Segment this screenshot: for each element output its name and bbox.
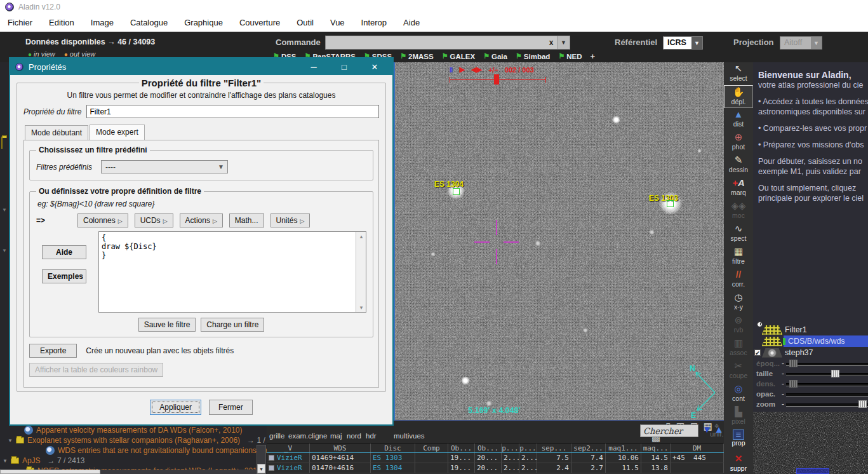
menu-catalogue[interactable]: Catalogue (130, 18, 168, 27)
tree-expand-icon[interactable]: ▼ (3, 458, 8, 464)
tree-horizontal-scrollbar[interactable] (0, 470, 257, 474)
slider-track[interactable] (786, 359, 868, 368)
source-marker-es1303[interactable] (667, 200, 674, 207)
filter-code-textarea[interactable]: { draw ${Disc} } (99, 232, 355, 312)
tree-item-apjs[interactable]: ▼ ApJS → 7 / 2413 (3, 456, 84, 465)
predefined-filter-select[interactable]: ---- ▼ (101, 160, 228, 173)
search-box[interactable] (640, 424, 698, 437)
stack-item-steph37[interactable]: ✔ steph37 (753, 347, 868, 358)
tree-expand-icon[interactable]: ▼ (2, 248, 7, 254)
scrollbar-thumb[interactable] (0, 470, 100, 474)
tab-mode-expert[interactable]: Mode expert (90, 125, 145, 140)
menu-aide[interactable]: Aide (403, 18, 420, 27)
toolbar-exam-cligne[interactable]: exam.cligne (288, 432, 327, 440)
blink-timeline-thumb[interactable] (494, 74, 499, 85)
tool-dist[interactable]: ▲dist (724, 108, 753, 131)
scroll-up-icon[interactable]: ▴ (356, 233, 366, 240)
server-add-button[interactable]: + (591, 51, 596, 61)
slider-track[interactable] (786, 379, 868, 388)
tool-suppr[interactable]: ✕suppr (724, 452, 753, 474)
blink-play-icon[interactable]: ▶ (459, 65, 464, 74)
server-ned[interactable]: ⚑NED (558, 52, 582, 60)
slider-track[interactable] (786, 389, 868, 398)
stack-item-wds-catalog[interactable]: CDS/B/wds/wds (753, 335, 868, 347)
blink-plusminus[interactable]: +/− (488, 66, 498, 74)
columns-button[interactable]: Colonnes▷ (77, 213, 128, 227)
blink-controller[interactable]: ‖ ▶ ◀▶ +/− 002 / 003 (450, 65, 534, 74)
server-simbad[interactable]: ⚑Simbad (516, 52, 550, 60)
unites-button[interactable]: Unités▷ (270, 213, 310, 227)
slider-thumb[interactable] (789, 380, 798, 388)
tool-xy[interactable]: ◷x-y (724, 291, 753, 314)
slider-thumb[interactable] (858, 400, 867, 408)
slider-thumb[interactable] (831, 370, 839, 377)
source-label-es1304[interactable]: ES 1304 (434, 180, 464, 189)
plane-checkbox[interactable]: ✔ (754, 349, 761, 356)
source-label-es1303[interactable]: ES 1303 (649, 194, 678, 203)
toolbar-grille[interactable]: grille (269, 432, 284, 440)
menu-interop[interactable]: Interop (361, 18, 387, 27)
slider-track[interactable] (786, 400, 868, 409)
close-button[interactable]: Fermer (209, 400, 253, 415)
search-next-icon[interactable]: ▲ (714, 424, 724, 435)
exemples-button[interactable]: Exemples (42, 269, 86, 283)
blink-pause-icon[interactable]: ‖ (450, 66, 453, 74)
editor-scrollbar[interactable]: ▴ ▾ (356, 232, 366, 312)
server-gaia[interactable]: ⚑Gaia (483, 52, 507, 60)
export-button[interactable]: Exporte (29, 344, 77, 358)
minimize-icon[interactable]: ─ (301, 62, 326, 72)
row-checkbox[interactable] (269, 465, 274, 471)
tool-depl[interactable]: ✋dépl. (724, 85, 753, 108)
menu-couverture[interactable]: Couverture (239, 18, 280, 27)
current-view-rectangle[interactable] (796, 468, 829, 474)
close-icon[interactable]: ✕ (362, 62, 387, 72)
aide-button[interactable]: Aide (42, 245, 86, 259)
zoom-overview-panel[interactable] (753, 412, 868, 474)
menu-edition[interactable]: Edition (49, 18, 74, 27)
referential-dropdown-icon[interactable]: ▼ (691, 37, 702, 49)
command-history-dropdown-icon[interactable]: ▼ (557, 36, 570, 49)
math-button[interactable]: Math... (229, 213, 264, 227)
toolbar-nord[interactable]: nord (347, 432, 361, 440)
server-galex[interactable]: ⚑GALEX (442, 52, 476, 60)
tree-expand-icon[interactable]: ▼ (2, 207, 7, 213)
tree-vertical-scrollbar[interactable]: ▾ (257, 445, 266, 474)
table-row[interactable]: VizieR 01470+4616 ES 1304 19... 20... 2.… (267, 463, 724, 473)
load-filter-button[interactable]: Charge un filtre (201, 318, 264, 332)
tree-item-raghavan[interactable]: ▼ Exoplanet systems with stellar compani… (8, 436, 267, 445)
dialog-titlebar[interactable]: Propriétés ─ □ ✕ (10, 58, 392, 75)
referential-select[interactable]: ICRS ▼ (663, 36, 703, 50)
scroll-down-icon[interactable]: ▾ (257, 464, 265, 473)
filter-name-input[interactable] (86, 105, 379, 118)
tool-corr[interactable]: //corr. (724, 268, 753, 291)
ucds-button[interactable]: UCDs▷ (135, 213, 173, 227)
save-filter-button[interactable]: Sauve le filtre (138, 318, 196, 332)
tab-mode-debutant[interactable]: Mode débutant (25, 125, 88, 140)
table-row[interactable]: VizieR 01469+4614 ES 1303 19... 20... 2.… (267, 453, 724, 463)
tree-item-wds-entries[interactable]: WDS entries that are not gravitationally… (46, 446, 267, 455)
search-input[interactable] (641, 426, 698, 437)
tool-dessin[interactable]: ✎dessin (724, 154, 753, 177)
tool-spect[interactable]: ∿spect (724, 222, 753, 245)
tool-filtre[interactable]: ▦filtre (724, 245, 753, 268)
menu-vue[interactable]: Vue (330, 18, 345, 27)
stack-item-filter1[interactable]: Filter1 (753, 324, 868, 335)
toolbar-hdr[interactable]: hdr (366, 432, 377, 440)
source-marker-es1304[interactable] (453, 188, 460, 195)
tree-item-falcon[interactable]: Apparent velocity measurements of DA WDs… (24, 426, 242, 435)
scroll-down-icon[interactable]: ▾ (356, 304, 366, 311)
toolbar-maj[interactable]: maj (330, 432, 342, 440)
slider-track[interactable] (786, 369, 868, 378)
tool-cont[interactable]: ◎cont (724, 383, 753, 405)
sky-view[interactable]: ES 1304 ES 1303 ‖ ▶ ◀▶ +/− 002 / 003 5.1… (394, 62, 724, 421)
tool-select[interactable]: ↖select (724, 62, 753, 85)
chevron-down-icon[interactable]: ▼ (215, 163, 227, 170)
menu-fichier[interactable]: Fichier (8, 18, 32, 27)
tool-prop[interactable]: ≡prop (724, 430, 753, 452)
maximize-icon[interactable]: □ (331, 62, 357, 72)
server-2mass[interactable]: ⚑2MASS (400, 52, 434, 60)
slider-thumb[interactable] (789, 360, 798, 367)
command-input[interactable] (326, 36, 545, 49)
tool-marq[interactable]: +Amarq (724, 177, 753, 200)
tree-expand-icon[interactable]: ▼ (8, 438, 13, 444)
